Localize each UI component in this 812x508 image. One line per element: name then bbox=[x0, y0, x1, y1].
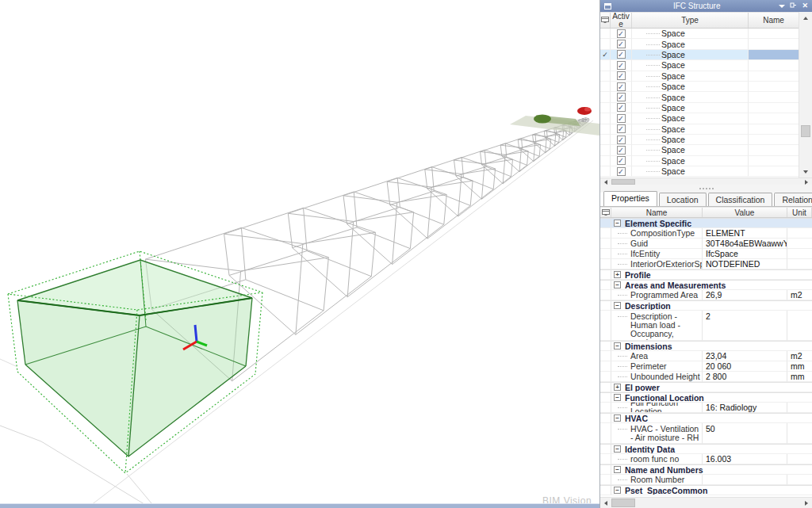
property-row[interactable]: Unbounded Height2 800mm bbox=[600, 372, 812, 382]
property-value[interactable]: 26,9 bbox=[703, 290, 787, 300]
checkbox[interactable]: ✓ bbox=[617, 71, 626, 80]
checkbox[interactable]: ✓ bbox=[617, 136, 626, 144]
column-header-value[interactable]: Value bbox=[703, 208, 787, 217]
scroll-right-arrow[interactable] bbox=[801, 498, 812, 508]
chevron-down-icon[interactable] bbox=[779, 5, 785, 8]
property-row[interactable]: Perimeter20 060mm bbox=[600, 361, 812, 372]
checkbox[interactable]: ✓ bbox=[617, 29, 626, 38]
property-row[interactable]: Area23,04m2 bbox=[600, 351, 812, 361]
property-group-row[interactable]: −Description bbox=[600, 300, 812, 311]
properties-horizontal-scrollbar[interactable] bbox=[600, 497, 812, 508]
expand-icon[interactable]: + bbox=[614, 271, 621, 278]
property-value[interactable] bbox=[703, 475, 787, 485]
collapse-icon[interactable]: − bbox=[614, 394, 621, 401]
property-group-row[interactable]: −Functional Location bbox=[600, 392, 812, 403]
scroll-left-arrow[interactable] bbox=[600, 498, 611, 508]
column-chooser-icon[interactable] bbox=[600, 13, 611, 28]
property-value[interactable]: 16: Radiology bbox=[703, 403, 787, 413]
table-row[interactable]: ✓Space bbox=[600, 145, 799, 155]
property-row[interactable]: Guid30T48o4aEBWaawwYa$dwGt bbox=[600, 239, 812, 249]
table-row[interactable]: ✓Space bbox=[600, 82, 799, 92]
property-row[interactable]: IfcEntityIfcSpace bbox=[600, 249, 812, 259]
tab-location[interactable]: Location bbox=[659, 193, 707, 206]
property-value[interactable]: 16.003 bbox=[703, 454, 787, 464]
property-row[interactable]: Programmed Area26,9m2 bbox=[600, 290, 812, 300]
table-row[interactable]: ✓✓Space bbox=[600, 50, 799, 60]
table-row[interactable]: ✓Space bbox=[600, 92, 799, 102]
collapse-icon[interactable]: − bbox=[614, 302, 621, 309]
close-icon[interactable]: ✕ bbox=[802, 2, 808, 10]
scroll-thumb[interactable] bbox=[611, 498, 635, 507]
checkbox[interactable]: ✓ bbox=[617, 103, 626, 112]
checkbox[interactable]: ✓ bbox=[617, 167, 626, 176]
property-value[interactable]: 20 060 bbox=[703, 361, 787, 372]
collapse-icon[interactable]: − bbox=[614, 487, 621, 494]
scroll-up-arrow[interactable] bbox=[799, 13, 812, 23]
checkbox[interactable]: ✓ bbox=[617, 146, 626, 155]
property-group-row[interactable]: −Element Specific bbox=[600, 218, 812, 228]
pin-icon[interactable] bbox=[790, 2, 797, 10]
collapse-icon[interactable]: − bbox=[614, 220, 621, 227]
3d-viewport[interactable]: BIM Vision bbox=[0, 0, 599, 508]
tab-classification[interactable]: Classification bbox=[708, 193, 773, 206]
checkbox[interactable]: ✓ bbox=[617, 50, 626, 59]
scroll-thumb[interactable] bbox=[611, 179, 635, 185]
table-row[interactable]: ✓Space bbox=[600, 113, 799, 124]
property-value[interactable]: NOTDEFINED bbox=[703, 259, 787, 269]
expand-icon[interactable]: + bbox=[614, 384, 621, 391]
property-row[interactable]: Full Function Location16: Radiology bbox=[600, 403, 812, 413]
property-row[interactable]: Description - Human load - Occupancy, ma… bbox=[600, 311, 812, 341]
collapse-icon[interactable]: − bbox=[614, 281, 621, 288]
tab-relations[interactable]: Relations bbox=[774, 193, 812, 206]
checkbox[interactable]: ✓ bbox=[617, 93, 626, 101]
property-group-row[interactable]: +Profile bbox=[600, 269, 812, 280]
property-value[interactable]: IfcSpace bbox=[703, 249, 787, 259]
table-row[interactable]: ✓Space bbox=[600, 166, 799, 177]
table-row[interactable]: ✓Space bbox=[600, 135, 799, 145]
collapse-icon[interactable]: − bbox=[614, 342, 621, 349]
property-value[interactable]: 23,04 bbox=[703, 351, 787, 361]
tab-properties[interactable]: Properties bbox=[603, 191, 657, 206]
property-row[interactable]: InteriorOrExteriorSpaceNOTDEFINED bbox=[600, 259, 812, 269]
property-value[interactable]: ELEMENT bbox=[703, 228, 787, 239]
property-group-row[interactable]: −HVAC bbox=[600, 413, 812, 423]
table-row[interactable]: ✓Space bbox=[600, 60, 799, 71]
table-row[interactable]: ✓Space bbox=[600, 71, 799, 82]
property-group-row[interactable]: +El power bbox=[600, 382, 812, 392]
collapse-icon[interactable]: − bbox=[614, 414, 621, 422]
property-row[interactable]: CompositionTypeELEMENT bbox=[600, 228, 812, 239]
property-value[interactable]: 2 bbox=[703, 311, 787, 341]
checkbox[interactable]: ✓ bbox=[617, 82, 626, 91]
table-row[interactable]: ✓Space bbox=[600, 39, 799, 49]
property-group-row[interactable]: −Name and Numbers bbox=[600, 464, 812, 475]
property-group-row[interactable]: −Identity Data bbox=[600, 444, 812, 454]
column-header-name[interactable]: Name bbox=[749, 13, 799, 28]
checkbox[interactable]: ✓ bbox=[617, 114, 626, 123]
structure-vertical-scrollbar[interactable] bbox=[799, 12, 812, 178]
property-value[interactable]: 50 bbox=[703, 423, 787, 444]
column-header-active[interactable]: Active bbox=[611, 13, 632, 28]
property-row[interactable]: HVAC - Ventilation - Air moisture - RH (… bbox=[600, 423, 812, 444]
table-row[interactable]: ✓Space bbox=[600, 29, 799, 39]
column-chooser-icon[interactable] bbox=[600, 208, 611, 217]
checkbox[interactable]: ✓ bbox=[617, 156, 626, 165]
table-row[interactable]: ✓Space bbox=[600, 124, 799, 135]
property-group-row[interactable]: −Areas and Measurements bbox=[600, 280, 812, 290]
checkbox[interactable]: ✓ bbox=[617, 124, 626, 133]
property-row[interactable]: room func no16.003 bbox=[600, 454, 812, 464]
checkbox[interactable]: ✓ bbox=[617, 61, 626, 70]
scroll-down-arrow[interactable] bbox=[799, 166, 812, 177]
ifc-structure-titlebar[interactable]: IFC Structure ✕ bbox=[600, 0, 812, 12]
column-header-name[interactable]: Name bbox=[611, 208, 703, 217]
table-row[interactable]: ✓Space bbox=[600, 156, 799, 166]
table-row[interactable]: ✓Space bbox=[600, 103, 799, 113]
collapse-icon[interactable]: − bbox=[614, 445, 621, 453]
column-header-unit[interactable]: Unit bbox=[787, 208, 812, 217]
collapse-icon[interactable]: − bbox=[614, 466, 621, 473]
property-value[interactable]: 2 800 bbox=[703, 372, 787, 382]
checkbox[interactable]: ✓ bbox=[617, 40, 626, 48]
property-value[interactable]: 30T48o4aEBWaawwYa$dwGt bbox=[703, 239, 787, 249]
property-group-row[interactable]: −Dimensions bbox=[600, 341, 812, 351]
property-row[interactable]: Room Number bbox=[600, 475, 812, 485]
property-group-row[interactable]: −Pset_SpaceCommon bbox=[600, 485, 812, 495]
